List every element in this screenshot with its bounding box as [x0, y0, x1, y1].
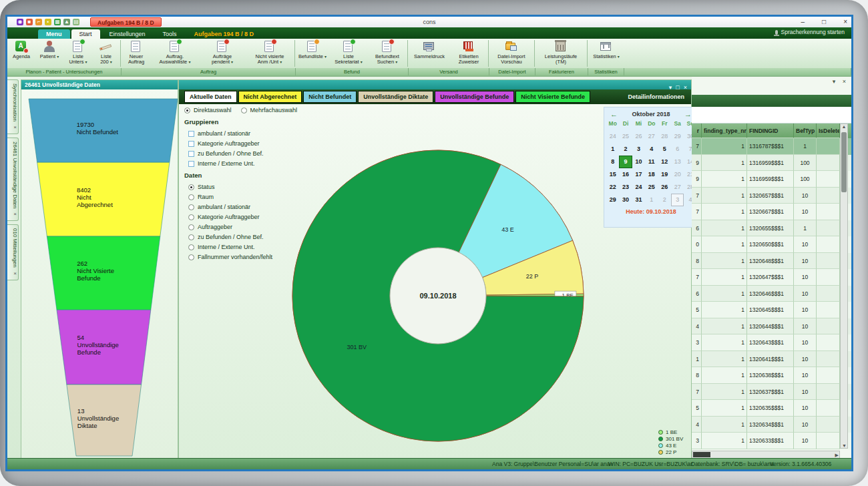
calendar-day[interactable]: 29 [671, 130, 684, 143]
radio-auftraggeber[interactable] [188, 224, 194, 230]
toolbar-button-liste[interactable]: Liste Sekretariat ▾ [329, 39, 368, 68]
calendar-day[interactable]: 8 [606, 156, 619, 168]
scrollbar-thumb[interactable] [841, 132, 847, 192]
toolbar-button-agenda[interactable]: AAgenda [7, 39, 35, 68]
calendar-day[interactable]: 17 [632, 168, 645, 181]
radio-mehrfachauswahl[interactable] [241, 107, 247, 113]
funnel-segment-nicht-abgerechnet[interactable] [37, 162, 170, 236]
calendar-day[interactable]: 27 [645, 130, 658, 143]
stop-icon[interactable]: ■ [26, 19, 33, 25]
table-row[interactable]: 711320647$$$110 [692, 269, 851, 286]
calendar-day[interactable]: 1 [606, 143, 619, 156]
calendar-day[interactable]: 11 [645, 156, 658, 168]
table-row[interactable]: 711320657$$$110 [692, 188, 851, 204]
toolbar-button-auftr-ge[interactable]: Aufträge pendent ▾ [199, 39, 246, 68]
table-row[interactable]: 711320637$$$110 [692, 384, 851, 401]
radio-fallnummer-vorhanden-fehlt[interactable] [188, 254, 194, 260]
close-icon[interactable]: × [12, 270, 18, 276]
table-row[interactable]: 411320644$$$110 [692, 318, 851, 335]
radio-kategorie-auftraggeber[interactable] [188, 214, 194, 220]
toolbar-button-etiketten[interactable]: Etiketten Zuweiser [450, 39, 487, 68]
table-row[interactable]: 011320650$$$110 [692, 236, 851, 253]
calendar-day[interactable]: 26 [632, 130, 645, 143]
grid-icon[interactable]: ▦ [54, 19, 61, 25]
calendar-day[interactable]: 19 [658, 168, 671, 181]
detail-informationen-link[interactable]: Detailinformationen [628, 93, 684, 100]
calendar-day[interactable]: 13 [671, 156, 684, 168]
checkbox-zu-befunden-ohne-bef-[interactable] [188, 151, 194, 157]
ribbon-tab-menu[interactable]: Menu [38, 29, 70, 39]
detail-tab-nicht-befundet[interactable]: Nicht Befundet [303, 91, 357, 103]
calendar-day[interactable]: 30 [619, 194, 632, 206]
radio-direktauswahl[interactable] [184, 107, 190, 113]
calendar-day[interactable]: 20 [671, 168, 684, 181]
column-header-finding_type_nr[interactable]: finding_type_nr [702, 124, 747, 138]
calendar-day[interactable]: 12 [658, 156, 671, 168]
calendar-day[interactable]: 23 [619, 181, 632, 194]
table-row[interactable]: 711316787$$$11 [692, 138, 851, 155]
close-icon[interactable]: × [12, 124, 18, 130]
calendar-day[interactable]: 3 [632, 143, 645, 156]
calendar-day[interactable]: 25 [619, 130, 632, 143]
close-button[interactable]: × [843, 17, 847, 27]
maximize-button[interactable]: □ [822, 17, 826, 27]
calendar-day[interactable]: 25 [645, 181, 658, 194]
column-header-r[interactable]: r [692, 124, 702, 138]
column-header-isdelete[interactable]: IsDelete [817, 124, 840, 138]
table-row[interactable]: 611320646$$$110 [692, 286, 851, 302]
table-row[interactable]: 411320634$$$110 [692, 417, 851, 433]
app-menu-icon[interactable]: ◉ [17, 19, 23, 25]
calendar-day[interactable]: 6 [671, 143, 684, 156]
speech-recognition-button[interactable]: Spracherkennung starten [775, 29, 845, 35]
ribbon-tab-tools[interactable]: Tools [155, 29, 185, 39]
column-header-findingid[interactable]: FINDINGID [747, 124, 794, 138]
toolbar-button-statistiken[interactable]: Statistiken ▾ [588, 39, 624, 68]
table-row[interactable]: 711320667$$$110 [692, 204, 851, 220]
calendar-day[interactable]: 31 [632, 194, 645, 206]
table-row[interactable]: 911316959$$$1100 [692, 155, 851, 172]
calendar-day[interactable]: 3 [671, 194, 684, 206]
toolbar-button-patient[interactable]: Patient ▾ [35, 39, 63, 68]
scroll-down-icon[interactable]: ▼ [842, 443, 847, 448]
calendar-day[interactable]: 15 [606, 168, 619, 181]
toolbar-button-befundliste[interactable]: Befundliste ▾ [296, 39, 329, 68]
table-row[interactable]: 511320645$$$110 [692, 302, 851, 318]
ribbon-tab-aufgaben-194-b-8-d[interactable]: Aufgaben 194 B / 8 D [186, 29, 262, 39]
calendar-day[interactable]: 29 [606, 194, 619, 206]
close-icon[interactable]: × [12, 211, 18, 217]
toolbar-button-nicht-visierte[interactable]: Nicht visierte Anm /Unt ▾ [246, 39, 294, 68]
toolbar-button-leistungsl-ufe[interactable]: Leistungsläufe (TM) [535, 39, 586, 68]
calendar-prev-icon[interactable]: ← [610, 110, 618, 118]
toolbar-button-sammeldruck[interactable]: Sammeldruck [409, 39, 450, 68]
table-row[interactable]: 311320643$$$110 [692, 334, 851, 351]
toolbar-button-neuer[interactable]: Neuer Auftrag [122, 39, 151, 68]
scroll-right-icon[interactable]: ▶ [835, 453, 839, 458]
key-icon[interactable]: ⌐ [35, 19, 42, 25]
calendar-next-icon[interactable]: → [684, 110, 692, 118]
checkbox-ambulant-station-r[interactable] [188, 131, 194, 137]
radio-status[interactable] [188, 184, 194, 190]
vertical-scrollbar[interactable]: ▲ ▼ [840, 124, 848, 449]
panel-restore-icon[interactable]: □ [676, 84, 679, 91]
detail-tab-unvollst-ndige-diktate[interactable]: Unvollständige Diktate [358, 91, 433, 103]
radio-zu-befunden-ohne-bef-[interactable] [188, 234, 194, 240]
table-row[interactable]: 811320648$$$110 [692, 253, 851, 270]
ribbon-tab-einstellungen[interactable]: Einstellungen [101, 29, 154, 39]
side-tab-010-mitteilungen[interactable]: 010 Mitteilungen× [7, 224, 19, 280]
checkbox-kategorie-auftraggeber[interactable] [188, 141, 194, 147]
calendar-day[interactable]: 18 [645, 168, 658, 181]
calendar-day[interactable]: 28 [658, 130, 671, 143]
detail-tab-unvollst-ndige-befunde[interactable]: Unvollständige Befunde [435, 91, 514, 103]
calendar-day[interactable]: 2 [619, 143, 632, 156]
calendar-day[interactable]: 16 [619, 168, 632, 181]
table-row[interactable]: 911316959$$$1100 [692, 171, 851, 188]
toolbar-button-auftrag-[interactable]: Auftrag. Auswahlliste ▾ [151, 39, 199, 68]
radio-interne-externe-unt-[interactable] [188, 244, 194, 250]
calendar-day[interactable]: 10 [632, 156, 645, 168]
checkbox-interne-externe-unt-[interactable] [188, 161, 194, 167]
table-row[interactable]: 111320641$$$110 [692, 351, 851, 368]
lock-icon[interactable]: ▪ [45, 19, 51, 25]
import-icon[interactable]: ▲ [63, 19, 70, 25]
calendar-day[interactable]: 1 [645, 194, 658, 206]
side-tab-26461-unvollst-ndige-daten[interactable]: 26461 Unvollständige Daten× [7, 138, 19, 222]
